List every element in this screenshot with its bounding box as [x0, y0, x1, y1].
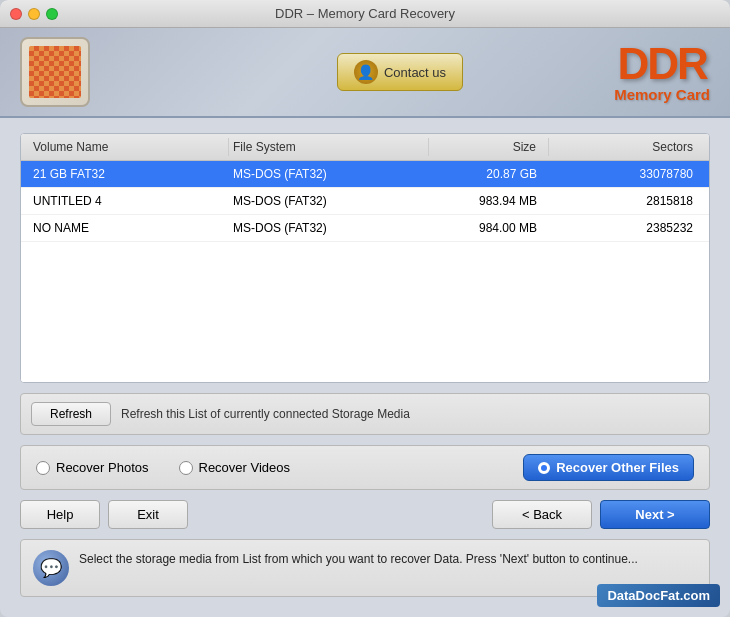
refresh-button[interactable]: Refresh	[31, 402, 111, 426]
col-file-system: File System	[229, 138, 429, 156]
recover-photos-option[interactable]: Recover Photos	[36, 460, 149, 475]
refresh-description: Refresh this List of currently connected…	[121, 407, 410, 421]
status-icon: 💬	[33, 550, 69, 586]
recover-other-radio	[538, 462, 550, 474]
col-size: Size	[429, 138, 549, 156]
brand-ddr: DDR	[614, 42, 710, 86]
contact-label: Contact us	[384, 65, 446, 80]
row2-volume: UNTITLED 4	[29, 192, 229, 210]
recover-videos-option[interactable]: Recover Videos	[179, 460, 291, 475]
row2-size: 983.94 MB	[429, 192, 549, 210]
help-button[interactable]: Help	[20, 500, 100, 529]
back-button[interactable]: < Back	[492, 500, 592, 529]
recover-videos-radio[interactable]	[179, 461, 193, 475]
recover-photos-radio[interactable]	[36, 461, 50, 475]
row1-fs: MS-DOS (FAT32)	[229, 165, 429, 183]
logo-icon	[29, 46, 81, 98]
recovery-options: Recover Photos Recover Videos Recover Ot…	[20, 445, 710, 490]
col-volume-name: Volume Name	[29, 138, 229, 156]
row3-sectors: 2385232	[549, 219, 701, 237]
table-row[interactable]: NO NAME MS-DOS (FAT32) 984.00 MB 2385232	[21, 215, 709, 242]
maximize-button[interactable]	[46, 8, 58, 20]
contact-button[interactable]: 👤 Contact us	[337, 53, 463, 91]
watermark: DataDocFat.com	[597, 584, 720, 607]
svg-rect-4	[29, 46, 81, 98]
next-button[interactable]: Next >	[600, 500, 710, 529]
table-row[interactable]: UNTITLED 4 MS-DOS (FAT32) 983.94 MB 2815…	[21, 188, 709, 215]
recover-photos-label: Recover Photos	[56, 460, 149, 475]
table-empty-area	[21, 242, 709, 382]
status-message: Select the storage media from List from …	[79, 550, 638, 568]
row1-volume: 21 GB FAT32	[29, 165, 229, 183]
row2-sectors: 2815818	[549, 192, 701, 210]
brand-sub: Memory Card	[614, 86, 710, 103]
window-controls	[10, 8, 58, 20]
brand: DDR Memory Card	[614, 42, 710, 103]
minimize-button[interactable]	[28, 8, 40, 20]
row3-size: 984.00 MB	[429, 219, 549, 237]
row2-fs: MS-DOS (FAT32)	[229, 192, 429, 210]
row1-sectors: 33078780	[549, 165, 701, 183]
refresh-bar: Refresh Refresh this List of currently c…	[20, 393, 710, 435]
main-content: Volume Name File System Size Sectors 21 …	[0, 118, 730, 617]
recover-videos-label: Recover Videos	[199, 460, 291, 475]
table-header: Volume Name File System Size Sectors	[21, 134, 709, 161]
row3-fs: MS-DOS (FAT32)	[229, 219, 429, 237]
row1-size: 20.87 GB	[429, 165, 549, 183]
logo-box	[20, 37, 90, 107]
exit-button[interactable]: Exit	[108, 500, 188, 529]
titlebar: DDR – Memory Card Recovery	[0, 0, 730, 28]
contact-icon: 👤	[354, 60, 378, 84]
col-sectors: Sectors	[549, 138, 701, 156]
window-title: DDR – Memory Card Recovery	[275, 6, 455, 21]
table-row[interactable]: 21 GB FAT32 MS-DOS (FAT32) 20.87 GB 3307…	[21, 161, 709, 188]
recover-other-button[interactable]: Recover Other Files	[523, 454, 694, 481]
nav-buttons: Help Exit < Back Next >	[20, 500, 710, 529]
volume-table: Volume Name File System Size Sectors 21 …	[20, 133, 710, 383]
recover-other-label: Recover Other Files	[556, 460, 679, 475]
header: 👤 Contact us DDR Memory Card	[0, 28, 730, 118]
close-button[interactable]	[10, 8, 22, 20]
row3-volume: NO NAME	[29, 219, 229, 237]
